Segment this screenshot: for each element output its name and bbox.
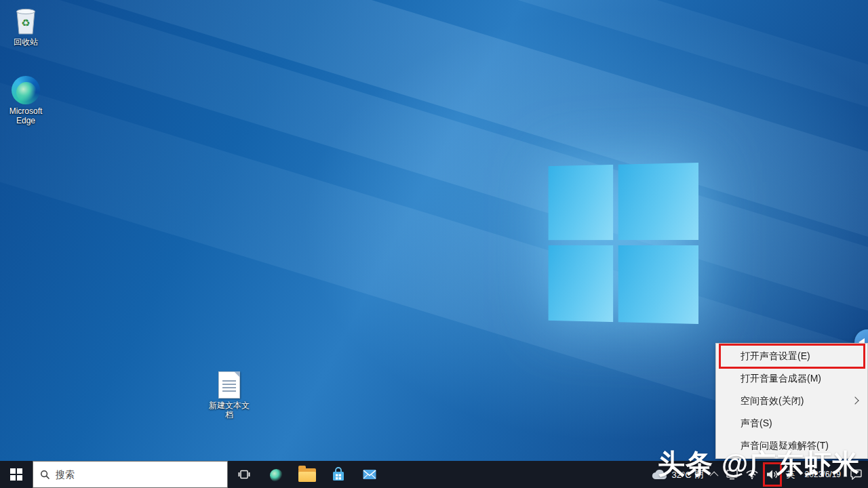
- network-tray-button[interactable]: [743, 461, 762, 488]
- desktop-icon-label: 回收站: [14, 37, 38, 47]
- light-beam: [0, 0, 868, 215]
- taskbar-app-edge[interactable]: [260, 461, 292, 488]
- notification-icon: [850, 469, 862, 480]
- volume-context-menu: 打开声音设置(E) 打开音量合成器(M) 空间音效(关闭) 声音(S) 声音问题…: [715, 343, 868, 459]
- file-explorer-icon: [298, 468, 316, 482]
- search-icon: [40, 470, 50, 480]
- desktop-screen: ♻ 回收站 Microsoft Edge 新建文本文档 打开声音设置(E) 打开…: [0, 0, 868, 488]
- clock-tray-button[interactable]: 2023/6/19: [800, 470, 846, 479]
- task-view-button[interactable]: [228, 461, 260, 488]
- taskbar-app-file-explorer[interactable]: [292, 461, 323, 488]
- mail-icon: [361, 466, 378, 483]
- menu-item-open-sound-settings[interactable]: 打开声音设置(E): [716, 345, 867, 367]
- system-tray: 32°C 阴: [648, 461, 868, 488]
- ime-indicator[interactable]: 英: [783, 461, 799, 488]
- hidden-icons-button[interactable]: [709, 461, 722, 488]
- tray-date: 2023/6/19: [805, 470, 841, 479]
- chevron-right-icon: [851, 396, 859, 404]
- windows-logo-icon: [549, 163, 698, 324]
- taskbar-app-mail[interactable]: [354, 461, 385, 488]
- weather-temp: 32°C: [672, 470, 692, 480]
- search-input[interactable]: [56, 469, 220, 480]
- monitor-icon: [726, 470, 738, 480]
- weather-condition: 阴: [695, 468, 704, 481]
- desktop-icon-label: Microsoft Edge: [4, 106, 47, 125]
- taskbar-search[interactable]: [33, 461, 228, 488]
- volume-tray-button[interactable]: [763, 462, 782, 487]
- taskbar: 32°C 阴: [0, 461, 868, 488]
- recycle-bin-icon: ♻: [12, 5, 39, 35]
- action-center-button[interactable]: [847, 461, 865, 488]
- desktop-icon-label: 新建文本文档: [208, 401, 251, 420]
- device-tray-button[interactable]: [723, 461, 741, 488]
- chevron-up-icon: [709, 471, 718, 480]
- speaker-icon: [766, 469, 778, 480]
- ime-label: 英: [787, 468, 795, 481]
- weather-tray-button[interactable]: 32°C 阴: [648, 461, 707, 488]
- windows-start-icon: [10, 468, 22, 481]
- edge-icon: [12, 76, 40, 104]
- menu-item-spatial-sound[interactable]: 空间音效(关闭): [716, 390, 867, 412]
- menu-item-open-volume-mixer[interactable]: 打开音量合成器(M): [716, 367, 867, 390]
- wifi-icon: [746, 470, 758, 479]
- menu-item-sounds[interactable]: 声音(S): [716, 412, 867, 434]
- menu-item-troubleshoot-sound[interactable]: 声音问题疑难解答(T): [716, 434, 867, 457]
- store-icon: [330, 466, 347, 483]
- desktop-icon-text-document[interactable]: 新建文本文档: [203, 371, 255, 420]
- text-document-icon: [218, 371, 240, 399]
- taskbar-app-store[interactable]: [323, 461, 354, 488]
- light-beam: [0, 0, 868, 342]
- desktop-icon-recycle-bin[interactable]: ♻ 回收站: [0, 5, 52, 47]
- svg-text:♻: ♻: [21, 17, 30, 28]
- desktop-icon-edge[interactable]: Microsoft Edge: [0, 76, 52, 125]
- cloud-icon: [651, 468, 669, 481]
- edge-icon: [267, 466, 285, 483]
- task-view-icon: [238, 469, 250, 480]
- start-button[interactable]: [0, 461, 33, 488]
